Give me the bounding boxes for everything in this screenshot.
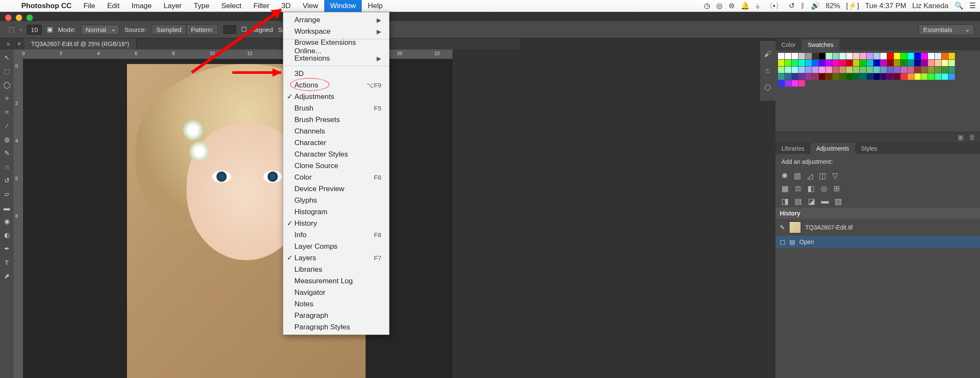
hue-sat-icon[interactable]: ▦ — [781, 184, 789, 193]
swatch[interactable] — [887, 53, 894, 59]
close-button[interactable] — [5, 15, 12, 21]
swatch[interactable] — [914, 53, 921, 59]
eyedropper-tool-icon[interactable]: ⁄ — [1, 120, 12, 131]
swatch[interactable] — [942, 67, 948, 73]
swatch[interactable] — [826, 60, 832, 66]
clone-source-panel-icon[interactable]: ⎌ — [766, 66, 770, 75]
swatch[interactable] — [894, 73, 900, 80]
code-icon[interactable]: 〈•〉 — [766, 1, 783, 11]
battery-icon[interactable]: [⚡] — [846, 1, 859, 10]
swatch[interactable] — [798, 53, 805, 59]
swatch[interactable] — [839, 60, 846, 66]
menu-window[interactable]: Window — [324, 0, 362, 12]
history-brush-tool-icon[interactable]: ↺ — [1, 175, 12, 186]
swatch[interactable] — [798, 80, 805, 87]
swatch[interactable] — [778, 53, 784, 59]
path-select-tool-icon[interactable]: ⬈ — [1, 270, 12, 282]
bw-icon[interactable]: ◧ — [807, 184, 815, 193]
swatch[interactable] — [935, 53, 941, 59]
swatch[interactable] — [805, 67, 812, 73]
swatch[interactable] — [785, 60, 791, 66]
swatch[interactable] — [839, 73, 846, 80]
tab-color[interactable]: Color — [775, 39, 801, 50]
swatch[interactable] — [894, 53, 900, 59]
swatch[interactable] — [785, 53, 791, 59]
source-sampled[interactable]: Sampled — [152, 24, 186, 35]
timemachine-icon[interactable]: ↺ — [789, 1, 795, 10]
swatch[interactable] — [819, 73, 825, 80]
menu-history[interactable]: ✓History — [283, 218, 389, 229]
vibrance-icon[interactable]: ▽ — [832, 171, 838, 180]
swatch[interactable] — [873, 73, 880, 80]
swatch[interactable] — [914, 73, 921, 80]
menu-info[interactable]: InfoF8 — [283, 229, 389, 241]
swatch[interactable] — [839, 67, 846, 73]
brush-icon[interactable]: ◦ — [20, 26, 22, 33]
swatch[interactable] — [853, 73, 859, 80]
swatch[interactable] — [867, 60, 873, 66]
swatch[interactable] — [826, 53, 832, 59]
tab-adjustments[interactable]: Adjustments — [810, 143, 855, 154]
swatch[interactable] — [894, 67, 900, 73]
clock[interactable]: Tue 4:37 PM — [865, 2, 906, 10]
crop-tool-icon[interactable]: ⌗ — [1, 107, 12, 118]
invert-icon[interactable]: ◨ — [781, 197, 789, 206]
swatch[interactable] — [948, 67, 955, 73]
swatch[interactable] — [798, 67, 805, 73]
levels-icon[interactable]: ▥ — [794, 171, 801, 180]
swatch[interactable] — [812, 67, 819, 73]
menu-extras-icon[interactable]: ☰ — [969, 1, 976, 10]
new-swatch-icon[interactable]: ▣ — [957, 133, 964, 141]
swatch[interactable] — [880, 60, 887, 66]
swatch[interactable] — [867, 53, 873, 59]
exposure-icon[interactable]: ◫ — [819, 171, 826, 180]
swatch[interactable] — [798, 73, 805, 80]
swatch[interactable] — [860, 60, 866, 66]
tab-swatches[interactable]: Swatches — [801, 39, 839, 50]
swatch[interactable] — [867, 67, 873, 73]
swatch[interactable] — [948, 60, 955, 66]
tool-preset-icon[interactable]: ⬚ — [9, 26, 14, 33]
lasso-tool-icon[interactable]: ◯ — [1, 79, 12, 90]
marquee-tool-icon[interactable]: ⬚ — [1, 66, 12, 77]
swatch[interactable] — [853, 60, 859, 66]
swatch[interactable] — [880, 67, 887, 73]
swatch[interactable] — [901, 53, 907, 59]
menu-paragraph-styles[interactable]: Paragraph Styles — [283, 321, 389, 333]
healing-brush-tool-icon[interactable]: ◍ — [1, 134, 12, 145]
swatch[interactable] — [785, 80, 791, 87]
swatch[interactable] — [792, 80, 798, 87]
brush-size[interactable]: 10 — [27, 25, 42, 35]
menu-navigator[interactable]: Navigator — [283, 287, 389, 298]
brush-tool-icon[interactable]: ✎ — [1, 148, 12, 159]
swatch[interactable] — [928, 73, 934, 80]
swatch[interactable] — [792, 73, 798, 80]
menu-arrange[interactable]: Arrange▶ — [283, 14, 389, 26]
color-balance-icon[interactable]: ⚖ — [795, 184, 801, 193]
swatch[interactable] — [805, 53, 812, 59]
menu-actions[interactable]: Actions⌥F9 — [283, 79, 389, 91]
tab-libraries[interactable]: Libraries — [775, 143, 810, 154]
menu-layer[interactable]: Layer — [158, 0, 188, 12]
swatch[interactable] — [948, 73, 955, 80]
gradient-tool-icon[interactable]: ▬ — [1, 202, 12, 213]
swatch[interactable] — [908, 60, 914, 66]
swatch[interactable] — [792, 60, 798, 66]
swatch[interactable] — [873, 60, 880, 66]
swatch[interactable] — [901, 60, 907, 66]
menu-view[interactable]: View — [297, 0, 324, 12]
curves-icon[interactable]: ◿ — [807, 171, 813, 180]
swatch[interactable] — [826, 67, 832, 73]
3d-panel-icon[interactable]: ⬡ — [764, 83, 771, 92]
menu-clone-source[interactable]: Clone Source — [283, 160, 389, 172]
blur-tool-icon[interactable]: ◉ — [1, 216, 12, 227]
clone-stamp-tool-icon[interactable]: ⎍ — [1, 161, 12, 172]
menu-image[interactable]: Image — [126, 0, 158, 12]
swatch[interactable] — [812, 60, 819, 66]
swatch[interactable] — [846, 53, 853, 59]
menu-channels[interactable]: Channels — [283, 125, 389, 137]
threshold-icon[interactable]: ◪ — [808, 197, 815, 206]
swatch[interactable] — [928, 60, 934, 66]
swatch[interactable] — [880, 53, 887, 59]
menu-edit[interactable]: Edit — [101, 0, 125, 12]
